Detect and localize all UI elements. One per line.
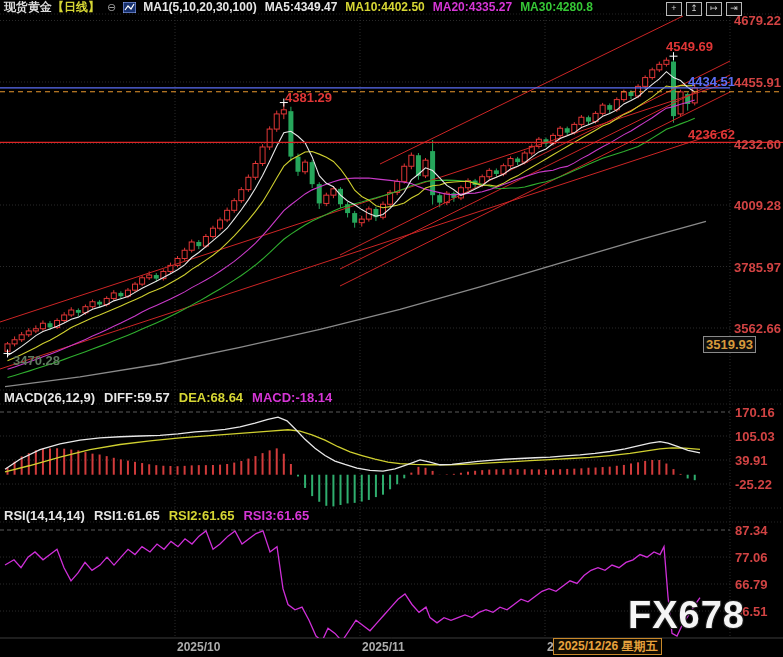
price-axis-tick: 4232.60 <box>734 137 781 152</box>
toolbar: +↥↦⇥ <box>666 2 742 16</box>
dec-high-label: 4549.69 <box>666 39 713 54</box>
macd-legend: MACD(26,12,9)DIFF:59.57DEA:68.64MACD:-18… <box>4 390 332 405</box>
scale-right-icon[interactable]: ↦ <box>706 2 722 16</box>
price-axis-tick: 4455.91 <box>734 75 781 90</box>
ma-legend-item: MA1(5,10,20,30,100) <box>143 0 256 14</box>
exit-icon[interactable]: ⇥ <box>726 2 742 16</box>
ma-legend-item: MA30:4280.8 <box>520 0 593 14</box>
rsi-legend-item: RSI2:61.65 <box>169 508 235 523</box>
rsi-axis-tick: 66.79 <box>735 577 768 592</box>
x-axis-tick: 2025/10 <box>177 640 220 654</box>
price-axis-tick: 3785.97 <box>734 260 781 275</box>
price-chart-canvas[interactable] <box>0 0 783 657</box>
price-axis-tick: 4009.28 <box>734 198 781 213</box>
macd-legend-item: DEA:68.64 <box>179 390 243 405</box>
collapse-icon[interactable]: ⊖ <box>107 0 116 14</box>
ma-legend-item: MA5:4349.47 <box>265 0 338 14</box>
rsi-axis-tick: 77.06 <box>735 550 768 565</box>
chart-header: 现货黄金【日线】 ⊖ MA1(5,10,20,30,100)MA5:4349.4… <box>4 0 601 14</box>
scale-up-icon[interactable]: ↥ <box>686 2 702 16</box>
chart-window: 现货黄金【日线】 ⊖ MA1(5,10,20,30,100)MA5:4349.4… <box>0 0 783 657</box>
ma-legend-item: MA20:4335.27 <box>433 0 512 14</box>
crosshair-icon[interactable]: + <box>666 2 682 16</box>
macd-legend-item: MACD(26,12,9) <box>4 390 95 405</box>
instrument-title: 现货黄金 <box>4 0 52 14</box>
macd-axis-tick: 170.16 <box>735 405 775 420</box>
crosshair-date-box: 2025/12/26 星期五 <box>553 638 662 655</box>
rsi-axis-tick: 87.34 <box>735 523 768 538</box>
x-axis-tick: 2025/11 <box>362 640 405 654</box>
macd-legend-item: MACD:-18.14 <box>252 390 332 405</box>
sep-low-label: 3470.28 <box>13 353 60 368</box>
rsi-legend: RSI(14,14,14)RSI1:61.65RSI2:61.65RSI3:61… <box>4 508 309 523</box>
ma-legend: MA1(5,10,20,30,100)MA5:4349.47MA10:4402.… <box>143 0 601 14</box>
fx678-watermark: FX678 <box>628 594 745 637</box>
axis-price-box: 3519.93 <box>703 336 756 353</box>
macd-axis-tick: 105.03 <box>735 429 775 444</box>
macd-legend-item: DIFF:59.57 <box>104 390 170 405</box>
rsi-legend-item: RSI1:61.65 <box>94 508 160 523</box>
rsi-legend-item: RSI(14,14,14) <box>4 508 85 523</box>
period-selector[interactable]: 【日线】 <box>52 0 100 14</box>
macd-axis-tick: -25.22 <box>735 477 772 492</box>
ma-legend-item: MA10:4402.50 <box>345 0 424 14</box>
macd-axis-tick: 39.91 <box>735 453 768 468</box>
rsi-legend-item: RSI3:61.65 <box>243 508 309 523</box>
chart-icon <box>123 2 136 13</box>
last-price-label: 4434.51 <box>688 74 735 89</box>
price-axis-tick: 3562.66 <box>734 321 781 336</box>
support-price-label: 4236.62 <box>688 127 735 142</box>
oct-high-label: 4381.29 <box>285 90 332 105</box>
